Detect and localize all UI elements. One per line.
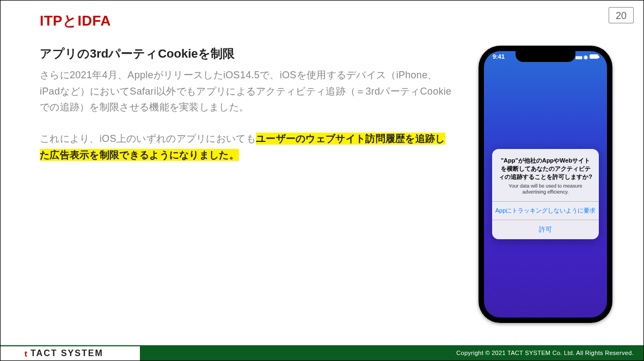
footer: tTACT SYSTEM Copyright © 2021 TACT SYSTE… [1, 345, 643, 360]
allow-tracking-button[interactable]: 許可 [492, 220, 599, 239]
paragraph-1: さらに2021年4月、AppleがリリースしたiOS14.5で、iOSを使用する… [40, 67, 453, 116]
phone-notch [516, 51, 575, 62]
status-time: 9:41 [493, 53, 505, 60]
footer-copyright-bar: Copyright © 2021 TACT SYSTEM Co. Ltd. Al… [140, 345, 643, 360]
dialog-subtitle: Your data will be used to measure advert… [499, 183, 592, 196]
wifi-icon [584, 53, 588, 60]
footer-logo: tTACT SYSTEM [1, 345, 140, 360]
footer-logo-text: TACT SYSTEM [30, 348, 103, 358]
paragraph-2-lead: これにより、iOS上のいずれのアプリにおいても [40, 133, 256, 144]
subtitle: アプリの3rdパーティCookieを制限 [40, 46, 453, 62]
slide: ITPとIDFA 20 アプリの3rdパーティCookieを制限 さらに2021… [1, 1, 643, 360]
dialog-title: "App"が他社のAppやWebサイトを横断してあなたのアクティビティの追跡する… [499, 157, 592, 181]
deny-tracking-button[interactable]: Appにトラッキングしないように要求 [492, 201, 599, 220]
status-icons [575, 53, 598, 60]
paragraph-2: これにより、iOS上のいずれのアプリにおいてもユーザーのウェブサイト訪問履歴を追… [40, 131, 453, 163]
slide-title: ITPとIDFA [40, 11, 643, 30]
copyright-text: Copyright © 2021 TACT SYSTEM Co. Ltd. Al… [456, 350, 634, 356]
content-row: アプリの3rdパーティCookieを制限 さらに2021年4月、Appleがリリ… [1, 46, 643, 323]
page-number: 20 [609, 7, 634, 23]
phone-column: 9:41 "App"が他社のAppやWebサイトを横断してあなたのアクティビティ… [469, 46, 622, 323]
tracking-dialog: "App"が他社のAppやWebサイトを横断してあなたのアクティビティの追跡する… [492, 149, 599, 239]
logo-mark-icon: t [24, 349, 28, 358]
phone-screen: 9:41 "App"が他社のAppやWebサイトを横断してあなたのアクティビティ… [484, 51, 607, 318]
signal-icon [575, 53, 582, 60]
battery-icon [590, 54, 598, 59]
text-column: アプリの3rdパーティCookieを制限 さらに2021年4月、Appleがリリ… [40, 46, 453, 323]
dialog-body: "App"が他社のAppやWebサイトを横断してあなたのアクティビティの追跡する… [492, 149, 599, 201]
phone-frame: 9:41 "App"が他社のAppやWebサイトを横断してあなたのアクティビティ… [479, 46, 612, 323]
